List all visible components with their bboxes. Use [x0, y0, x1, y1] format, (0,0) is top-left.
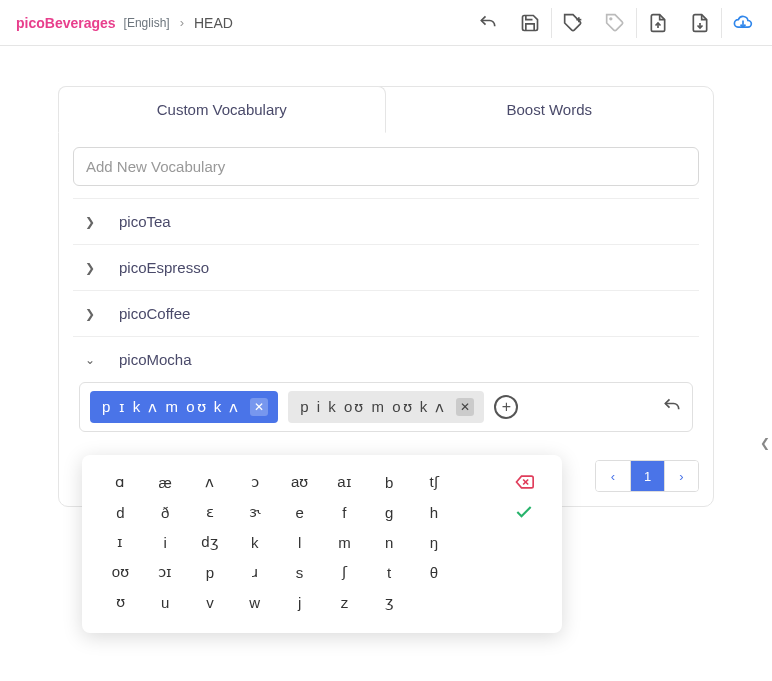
- ipa-key[interactable]: j: [277, 587, 322, 617]
- breadcrumb-separator: ›: [180, 15, 184, 30]
- ipa-key[interactable]: ɛ: [188, 497, 233, 527]
- ipa-key[interactable]: ŋ: [412, 527, 457, 557]
- undo-button[interactable]: [467, 1, 509, 45]
- vocab-name: picoTea: [119, 213, 171, 230]
- ipa-key[interactable]: dʒ: [188, 527, 233, 557]
- ipa-key[interactable]: t: [367, 557, 412, 587]
- ipa-confirm-button[interactable]: [501, 497, 546, 527]
- ipa-key[interactable]: ʃ: [322, 557, 367, 587]
- ipa-key[interactable]: z: [322, 587, 367, 617]
- ipa-key[interactable]: ʒ: [367, 587, 412, 617]
- tab-custom-vocabulary[interactable]: Custom Vocabulary: [58, 86, 386, 133]
- panel-collapse-button[interactable]: ❮: [758, 432, 772, 454]
- pagination: ‹ 1 ›: [595, 460, 699, 492]
- ipa-key[interactable]: oʊ: [98, 557, 143, 587]
- page-next-button[interactable]: ›: [664, 461, 698, 491]
- ipa-key[interactable]: b: [367, 467, 412, 497]
- add-tag-button[interactable]: [552, 1, 594, 45]
- page-prev-button[interactable]: ‹: [596, 461, 630, 491]
- cloud-sync-button[interactable]: [722, 1, 764, 45]
- ipa-key[interactable]: w: [232, 587, 277, 617]
- backspace-icon: [514, 472, 534, 492]
- vocab-card: Custom Vocabulary Boost Words ❯ picoTea …: [58, 86, 714, 507]
- app-header: picoBeverages [English] › HEAD: [0, 0, 772, 46]
- ipa-key[interactable]: i: [143, 527, 188, 557]
- ipa-key[interactable]: tʃ: [412, 467, 457, 497]
- ipa-chip[interactable]: p ɪ k ʌ m oʊ k ʌ ✕: [90, 391, 278, 423]
- ipa-key[interactable]: ð: [143, 497, 188, 527]
- ipa-key[interactable]: h: [412, 497, 457, 527]
- save-button[interactable]: [509, 1, 551, 45]
- ipa-chip[interactable]: p i k oʊ m oʊ k ʌ ✕: [288, 391, 484, 423]
- ipa-key[interactable]: e: [277, 497, 322, 527]
- vocab-row[interactable]: ❯ picoTea: [73, 198, 699, 244]
- add-tag-icon: [563, 13, 583, 33]
- ipa-key[interactable]: p: [188, 557, 233, 587]
- ipa-key[interactable]: l: [277, 527, 322, 557]
- vocab-row[interactable]: ❯ picoEspresso: [73, 244, 699, 290]
- head-label: HEAD: [194, 15, 233, 31]
- ipa-key[interactable]: ɹ: [232, 557, 277, 587]
- ipa-key[interactable]: k: [232, 527, 277, 557]
- ipa-key[interactable]: aʊ: [277, 467, 322, 497]
- tabs: Custom Vocabulary Boost Words: [58, 86, 713, 133]
- ipa-backspace-button[interactable]: [501, 467, 546, 497]
- ipa-key[interactable]: θ: [412, 557, 457, 587]
- chevron-right-icon: ❯: [83, 307, 97, 321]
- ipa-key[interactable]: v: [188, 587, 233, 617]
- ipa-key[interactable]: ɪ: [98, 527, 143, 557]
- ipa-key[interactable]: d: [98, 497, 143, 527]
- undo-pronunciation-button[interactable]: [662, 396, 682, 419]
- chip-remove-button[interactable]: ✕: [250, 398, 268, 416]
- toolbar: [467, 1, 764, 45]
- chevron-left-icon: ❮: [760, 436, 770, 450]
- brand-name: picoBeverages: [16, 15, 116, 31]
- vocab-name: picoEspresso: [119, 259, 209, 276]
- vocab-list: ❯ picoTea ❯ picoEspresso ❯ picoCoffee ⌄ …: [73, 198, 699, 382]
- export-button[interactable]: [679, 1, 721, 45]
- chip-remove-button[interactable]: ✕: [456, 398, 474, 416]
- page-number-button[interactable]: 1: [630, 461, 664, 491]
- pronunciation-chips: p ɪ k ʌ m oʊ k ʌ ✕ p i k oʊ m oʊ k ʌ ✕ +: [79, 382, 693, 432]
- ipa-key[interactable]: f: [322, 497, 367, 527]
- ipa-key[interactable]: ɔ: [232, 467, 277, 497]
- undo-icon: [662, 396, 682, 416]
- ipa-key[interactable]: æ: [143, 467, 188, 497]
- add-vocabulary-input[interactable]: [73, 147, 699, 186]
- add-pronunciation-button[interactable]: +: [494, 395, 518, 419]
- vocab-name: picoCoffee: [119, 305, 190, 322]
- language-label: [English]: [124, 16, 170, 30]
- vocab-row[interactable]: ❯ picoCoffee: [73, 290, 699, 336]
- export-icon: [690, 13, 710, 33]
- ipa-key[interactable]: m: [322, 527, 367, 557]
- chevron-right-icon: ❯: [83, 215, 97, 229]
- ipa-key[interactable]: u: [143, 587, 188, 617]
- ipa-grid: ɑæʌɔaʊaɪbtʃdðɛɝefghɪidʒklmnŋoʊɔɪpɹsʃtθʊu…: [98, 467, 546, 617]
- ipa-keyboard-popover: ɑæʌɔaʊaɪbtʃdðɛɝefghɪidʒklmnŋoʊɔɪpɹsʃtθʊu…: [82, 455, 562, 633]
- ipa-key[interactable]: ʊ: [98, 587, 143, 617]
- vocab-name: picoMocha: [119, 351, 192, 368]
- svg-point-2: [610, 18, 612, 20]
- undo-icon: [478, 13, 498, 33]
- tag-icon: [605, 13, 625, 33]
- chevron-right-icon: ❯: [83, 261, 97, 275]
- ipa-key[interactable]: ʌ: [188, 467, 233, 497]
- import-button[interactable]: [637, 1, 679, 45]
- save-icon: [520, 13, 540, 33]
- ipa-key[interactable]: ɔɪ: [143, 557, 188, 587]
- import-icon: [648, 13, 668, 33]
- check-icon: [514, 502, 534, 522]
- ipa-key[interactable]: s: [277, 557, 322, 587]
- ipa-chip-text: p i k oʊ m oʊ k ʌ: [300, 398, 446, 416]
- ipa-chip-text: p ɪ k ʌ m oʊ k ʌ: [102, 398, 240, 416]
- tab-boost-words[interactable]: Boost Words: [386, 86, 714, 133]
- cloud-download-icon: [733, 13, 753, 33]
- ipa-key[interactable]: g: [367, 497, 412, 527]
- vocab-row[interactable]: ⌄ picoMocha: [73, 336, 699, 382]
- tag-button[interactable]: [594, 1, 636, 45]
- ipa-key[interactable]: aɪ: [322, 467, 367, 497]
- breadcrumb: picoBeverages [English] › HEAD: [8, 15, 233, 31]
- ipa-key[interactable]: ɑ: [98, 467, 143, 497]
- ipa-key[interactable]: ɝ: [232, 497, 277, 527]
- ipa-key[interactable]: n: [367, 527, 412, 557]
